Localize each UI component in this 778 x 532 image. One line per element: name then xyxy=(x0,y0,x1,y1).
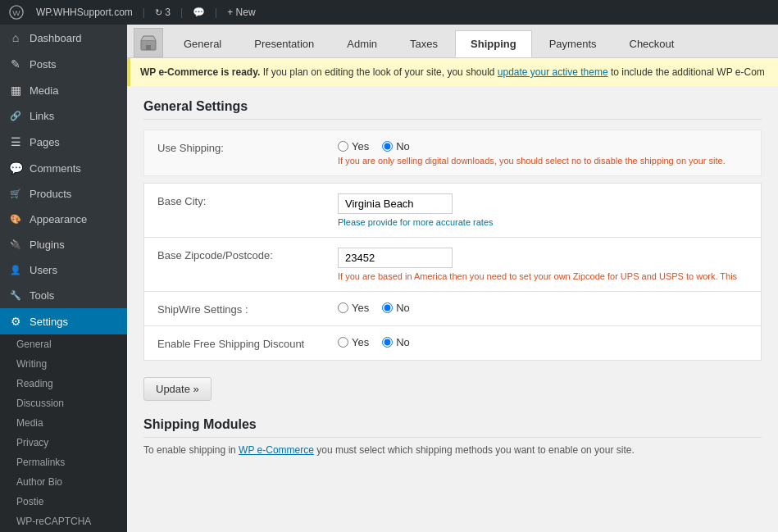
sidebar-label-tools: Tools xyxy=(30,289,54,302)
notice-text-before: If you plan on editing the look of your … xyxy=(263,66,498,78)
free-shipping-no-radio[interactable] xyxy=(382,337,393,348)
notification-count[interactable]: ↻ 3 xyxy=(155,7,171,18)
submenu-item-author-bio[interactable]: Author Bio xyxy=(0,472,127,492)
use-shipping-no-option[interactable]: No xyxy=(382,140,410,152)
tab-shipping[interactable]: Shipping xyxy=(455,30,532,57)
tab-checkout[interactable]: Checkout xyxy=(614,30,690,57)
svg-text:W: W xyxy=(12,8,20,17)
other-settings: Base City: Please provide for more accur… xyxy=(143,183,762,361)
sidebar-item-pages[interactable]: ☰ Pages xyxy=(0,129,127,155)
base-city-row: Base City: Please provide for more accur… xyxy=(143,183,762,237)
sidebar-label-products: Products xyxy=(30,188,71,200)
wp-logo-icon[interactable]: W xyxy=(7,2,26,22)
sidebar-label-plugins: Plugins xyxy=(30,239,65,251)
wp-ecommerce-link[interactable]: WP e-Commerce xyxy=(239,444,314,456)
free-shipping-control: Yes No xyxy=(338,336,748,348)
store-icon xyxy=(134,28,163,57)
submenu-item-general[interactable]: General xyxy=(0,334,127,354)
shipwire-yes-radio[interactable] xyxy=(338,302,348,313)
tabs-bar: General Presentation Admin Taxes Shippin… xyxy=(127,25,778,58)
notice-link[interactable]: update your active theme xyxy=(498,66,608,78)
update-button-container: Update » xyxy=(143,371,762,401)
sidebar-label-users: Users xyxy=(30,264,57,276)
submenu-item-permalinks[interactable]: Permalinks xyxy=(0,452,127,472)
comments-nav-icon: 💬 xyxy=(8,161,23,175)
shipwire-control: Yes No xyxy=(338,302,748,314)
new-item-button[interactable]: + New xyxy=(227,7,255,18)
shipwire-row: ShipWire Settings : Yes No xyxy=(143,291,762,325)
shipwire-radio-group: Yes No xyxy=(338,302,748,314)
sidebar-item-plugins[interactable]: 🔌 Plugins xyxy=(0,232,127,257)
sidebar-item-links[interactable]: 🔗 Links xyxy=(0,103,127,129)
tab-general[interactable]: General xyxy=(168,30,237,57)
use-shipping-label: Use Shipping: xyxy=(157,140,338,154)
settings-submenu: General Writing Reading Discussion Media… xyxy=(0,334,127,532)
sidebar-item-comments[interactable]: 💬 Comments xyxy=(0,155,127,181)
sidebar-item-settings[interactable]: ⚙ Settings xyxy=(0,308,127,334)
shipping-modules-text: To enable shipping in WP e-Commerce you … xyxy=(143,444,762,456)
notice-bold: WP e-Commerce is ready. xyxy=(140,66,260,78)
base-zipcode-control: If you are based in America then you nee… xyxy=(338,248,748,281)
content-area: General Settings Use Shipping: Yes xyxy=(127,86,778,469)
shipwire-no-option[interactable]: No xyxy=(382,302,410,314)
free-shipping-no-option[interactable]: No xyxy=(382,336,410,348)
base-city-label: Base City: xyxy=(157,193,338,207)
tab-presentation[interactable]: Presentation xyxy=(239,30,330,57)
use-shipping-yes-radio[interactable] xyxy=(338,141,348,152)
shipwire-label: ShipWire Settings : xyxy=(157,302,338,316)
submenu-item-wp-recaptcha[interactable]: WP-reCAPTCHA xyxy=(0,512,127,531)
sidebar-label-pages: Pages xyxy=(30,136,60,148)
media-icon: ▦ xyxy=(8,84,23,97)
shipwire-no-radio[interactable] xyxy=(382,302,393,313)
dashboard-icon: ⌂ xyxy=(8,31,23,44)
use-shipping-row: Use Shipping: Yes No If y xyxy=(144,130,761,175)
notice-text-after: to include the additional WP e-Com xyxy=(611,66,765,78)
base-city-help: Please provide for more accurate rates xyxy=(338,217,748,227)
base-city-control: Please provide for more accurate rates xyxy=(338,193,748,227)
pages-icon: ☰ xyxy=(8,135,23,148)
sidebar-item-users[interactable]: 👤 Users xyxy=(0,257,127,283)
sidebar-label-settings: Settings xyxy=(30,316,68,328)
shipwire-yes-option[interactable]: Yes xyxy=(338,302,369,314)
site-name[interactable]: WP.WHHSupport.com xyxy=(36,7,133,18)
sidebar-item-appearance[interactable]: 🎨 Appearance xyxy=(0,207,127,232)
use-shipping-box: Use Shipping: Yes No If y xyxy=(143,130,762,176)
submenu-item-privacy[interactable]: Privacy xyxy=(0,433,127,452)
submenu-item-media[interactable]: Media xyxy=(0,413,127,433)
main-content: General Presentation Admin Taxes Shippin… xyxy=(127,25,778,532)
sidebar-item-media[interactable]: ▦ Media xyxy=(0,77,127,103)
submenu-item-postie[interactable]: Postie xyxy=(0,492,127,512)
use-shipping-radio-group: Yes No xyxy=(338,140,748,152)
base-zipcode-input[interactable] xyxy=(338,248,453,268)
sidebar: ⌂ Dashboard ✎ Posts ▦ Media 🔗 Links ☰ Pa… xyxy=(0,25,127,532)
general-settings-title: General Settings xyxy=(143,99,762,120)
sidebar-item-posts[interactable]: ✎ Posts xyxy=(0,51,127,77)
submenu-item-reading[interactable]: Reading xyxy=(0,374,127,393)
free-shipping-row: Enable Free Shipping Discount Yes No xyxy=(143,325,762,361)
free-shipping-yes-radio[interactable] xyxy=(338,337,348,348)
base-city-input[interactable] xyxy=(338,193,453,214)
tools-icon: 🔧 xyxy=(8,290,23,301)
use-shipping-no-radio[interactable] xyxy=(382,141,393,152)
free-shipping-yes-option[interactable]: Yes xyxy=(338,336,369,348)
shipping-modules-title: Shipping Modules xyxy=(143,417,762,438)
links-icon: 🔗 xyxy=(8,111,23,121)
use-shipping-yes-option[interactable]: Yes xyxy=(338,140,369,152)
admin-bar: W WP.WHHSupport.com | ↻ 3 | 💬 | + New xyxy=(0,0,778,25)
submenu-item-writing[interactable]: Writing xyxy=(0,354,127,374)
use-shipping-control: Yes No If you are only selling digital d… xyxy=(338,140,748,166)
sidebar-item-products[interactable]: 🛒 Products xyxy=(0,181,127,207)
settings-icon: ⚙ xyxy=(8,315,23,328)
layout: ⌂ Dashboard ✎ Posts ▦ Media 🔗 Links ☰ Pa… xyxy=(0,25,778,532)
tab-admin[interactable]: Admin xyxy=(331,30,393,57)
sidebar-item-tools[interactable]: 🔧 Tools xyxy=(0,283,127,308)
tab-payments[interactable]: Payments xyxy=(534,30,612,57)
svg-rect-3 xyxy=(146,45,151,50)
update-button[interactable]: Update » xyxy=(143,377,212,401)
tab-taxes[interactable]: Taxes xyxy=(394,30,453,57)
use-shipping-help-text: If you are only selling digital download… xyxy=(338,156,748,166)
sidebar-item-dashboard[interactable]: ⌂ Dashboard xyxy=(0,25,127,51)
sidebar-label-media: Media xyxy=(30,84,58,97)
submenu-item-discussion[interactable]: Discussion xyxy=(0,393,127,413)
comments-icon[interactable]: 💬 xyxy=(193,7,205,18)
